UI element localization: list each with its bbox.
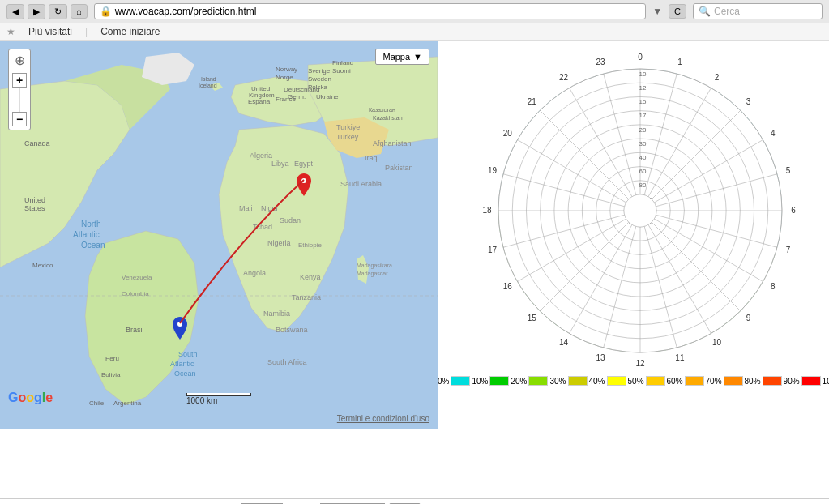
svg-text:Egypt: Egypt (294, 160, 314, 168)
svg-text:Nigeria: Nigeria (267, 239, 291, 247)
main-content: Canada United States Mexico Venezuela Co… (0, 41, 829, 498)
svg-text:6: 6 (791, 206, 796, 215)
home-button[interactable]: ⌂ (71, 4, 88, 19)
svg-text:15: 15 (639, 98, 647, 105)
svg-text:Argentina: Argentina (113, 399, 142, 407)
svg-text:Iceland: Iceland (199, 83, 217, 88)
svg-text:United: United (24, 196, 45, 204)
svg-text:20: 20 (639, 126, 647, 134)
separator: | (85, 26, 88, 37)
svg-text:España: España (248, 98, 271, 105)
svg-text:1: 1 (677, 58, 682, 66)
legend-label-70: 70% (706, 377, 722, 386)
svg-text:11: 11 (675, 353, 685, 362)
map-svg: Canada United States Mexico Venezuela Co… (0, 41, 438, 429)
legend-label-50: 50% (628, 377, 644, 386)
bookmark-visited[interactable]: Più visitati (28, 26, 72, 37)
svg-text:5: 5 (786, 166, 791, 175)
svg-text:40: 40 (639, 154, 647, 161)
browser-chrome: ◀ ▶ ↻ ⌂ 🔒 www.voacap.com/prediction.html… (0, 0, 829, 23)
svg-text:Norge: Norge (276, 74, 293, 81)
svg-text:Kenya: Kenya (300, 273, 321, 281)
svg-text:Polska: Polska (308, 83, 328, 91)
pan-control[interactable]: ⊕ (15, 53, 25, 68)
legend-swatch-90 (763, 376, 782, 386)
svg-text:10: 10 (639, 70, 647, 78)
svg-text:23: 23 (596, 58, 606, 66)
map-scale: 1000 km (186, 393, 251, 405)
svg-text:30: 30 (639, 140, 647, 147)
svg-text:Libya: Libya (271, 160, 289, 168)
chevron-down-icon: ▼ (413, 52, 422, 62)
legend-label-100: 100% (823, 377, 829, 386)
svg-text:Algeria: Algeria (250, 152, 272, 160)
bookmarks-bar: ★ Più visitati | Come iniziare (0, 23, 829, 41)
back-button[interactable]: ◀ (6, 4, 24, 19)
bottom-panel: TX to RX: km, mi, ° Year: 2015 2014 2016… (0, 498, 829, 504)
search-icon: 🔍 (699, 6, 711, 17)
svg-text:Norway: Norway (276, 66, 297, 73)
svg-text:Turkey: Turkey (336, 133, 359, 141)
svg-text:Island: Island (201, 76, 216, 82)
svg-text:South: South (178, 350, 198, 358)
map-container[interactable]: Canada United States Mexico Venezuela Co… (0, 41, 438, 429)
filter-icon: ▼ (652, 6, 662, 17)
svg-text:0: 0 (638, 53, 643, 62)
reload-btn[interactable]: C (669, 4, 686, 19)
legend-label-20: 20% (511, 377, 527, 386)
legend-label-10: 10% (472, 377, 488, 386)
svg-text:Botswana: Botswana (276, 326, 308, 334)
star-icon: ★ (6, 26, 15, 37)
svg-text:8: 8 (771, 282, 776, 291)
svg-text:Turkiye: Turkiye (336, 123, 360, 131)
lock-icon: 🔒 (100, 6, 112, 17)
map-terms[interactable]: Termini e condizioni d'uso (337, 414, 429, 423)
map-navigation: ⊕ + − (8, 49, 31, 130)
forward-button[interactable]: ▶ (28, 4, 45, 19)
search-bar[interactable]: 🔍 Cerca (693, 3, 823, 19)
svg-text:20: 20 (503, 129, 513, 138)
svg-text:Iraq: Iraq (365, 154, 378, 162)
url-text: www.voacap.com/prediction.html (115, 6, 257, 17)
polar-chart-svg: rings data embedded in JS below 01234567… (478, 49, 802, 373)
svg-point-136 (624, 194, 656, 227)
legend-label-90: 90% (784, 377, 800, 386)
nav-buttons: ◀ ▶ ↻ ⌂ (6, 4, 88, 19)
svg-text:17: 17 (488, 246, 498, 254)
svg-text:19: 19 (488, 166, 498, 175)
svg-text:14: 14 (559, 338, 569, 347)
legend-swatch-100 (801, 376, 821, 386)
svg-text:Colombia: Colombia (122, 290, 149, 297)
svg-text:18: 18 (483, 206, 493, 215)
svg-text:60: 60 (639, 168, 647, 175)
legend-label-40: 40% (589, 377, 605, 386)
legend-swatch-80 (724, 376, 743, 386)
svg-text:Ukraine: Ukraine (316, 93, 339, 100)
svg-text:Atlantic: Atlantic (170, 360, 194, 368)
chart-legend: 0% 10% 20% 30% 40% 50% 60% 70% 80% 90% 1… (438, 376, 829, 386)
svg-text:Bolivia: Bolivia (101, 371, 121, 378)
chart-area: rings data embedded in JS below 01234567… (438, 41, 829, 498)
svg-text:15: 15 (528, 314, 537, 322)
svg-text:Peru: Peru (105, 355, 119, 362)
map-type-button[interactable]: Mappa ▼ (375, 49, 429, 65)
map-type-label: Mappa (382, 52, 410, 62)
svg-text:Brasil: Brasil (126, 326, 144, 334)
svg-text:Kingdom: Kingdom (249, 92, 275, 99)
zoom-out-button[interactable]: − (12, 112, 27, 126)
svg-text:Ethiopie: Ethiopie (298, 241, 322, 249)
refresh-button[interactable]: ↻ (49, 4, 67, 19)
svg-text:Mexico: Mexico (32, 262, 53, 269)
map-canvas: Canada United States Mexico Venezuela Co… (0, 41, 438, 429)
address-bar[interactable]: 🔒 www.voacap.com/prediction.html (94, 3, 647, 19)
svg-text:Sweden: Sweden (308, 75, 331, 83)
svg-text:Namibia: Namibia (263, 310, 290, 318)
svg-text:13: 13 (596, 353, 606, 362)
svg-text:Canada: Canada (24, 139, 50, 147)
svg-text:Madagascar: Madagascar (357, 271, 388, 277)
zoom-in-button[interactable]: + (12, 73, 27, 88)
controls-row: TX to RX: km, mi, ° Year: 2015 2014 2016… (0, 499, 829, 504)
svg-text:7: 7 (786, 246, 791, 254)
svg-text:Finland: Finland (332, 59, 353, 66)
bookmark-start[interactable]: Come iniziare (100, 26, 160, 37)
